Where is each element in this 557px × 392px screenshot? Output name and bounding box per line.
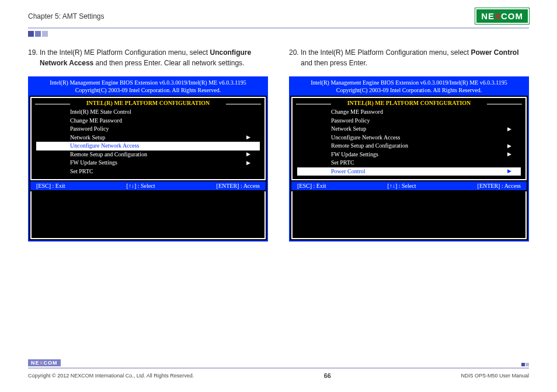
menu-item-label: Unconfigure Network Access	[70, 142, 139, 150]
chapter-title: Chapter 5: AMT Settings	[28, 12, 105, 20]
submenu-arrow-icon: ▶	[246, 150, 250, 158]
bios-header: Intel(R) Management Engine BIOS Extensio…	[290, 78, 528, 96]
decorative-squares	[28, 31, 557, 37]
copyright: Copyright © 2012 NEXCOM International Co…	[28, 373, 194, 379]
bios-body: INTEL(R) ME PLATFORM CONFIGURATION Intel…	[30, 97, 266, 180]
menu-item[interactable]: FW Update Settings▶	[296, 150, 522, 159]
bios-screen-left: Intel(R) Management Engine BIOS Extensio…	[28, 76, 268, 242]
menu-item-label: Password Policy	[70, 125, 109, 134]
menu-item[interactable]: Unconfigure Network Access	[36, 142, 260, 150]
left-column: 19. In the Intel(R) ME Platform Configur…	[28, 47, 268, 242]
menu-item-label: FW Update Settings	[70, 159, 117, 167]
menu-item[interactable]: FW Update Settings▶	[35, 159, 261, 167]
footer-rule	[28, 368, 529, 369]
menu-item-label: Set PRTC	[331, 159, 354, 167]
doc-title: NDiS OPS-M50 User Manual	[461, 373, 529, 379]
menu-item-label: Unconfigure Network Access	[331, 134, 400, 142]
submenu-arrow-icon: ▶	[507, 167, 511, 175]
esc-label: [ESC] : Exit	[36, 183, 65, 189]
step-20-text: 20. In the Intel(R) ME Platform Configur…	[289, 47, 529, 68]
menu-item-label: FW Update Settings	[331, 150, 378, 159]
footer-logo: NEXCOM	[28, 359, 61, 366]
menu-item-label: Intel(R) ME State Control	[70, 108, 131, 117]
bios-screen-right: Intel(R) Management Engine BIOS Extensio…	[289, 76, 529, 242]
menu-item[interactable]: Remote Setup and Configuration▶	[296, 142, 522, 150]
arrows-label: [↑↓] : Select	[388, 183, 416, 189]
step-19-text: 19. In the Intel(R) ME Platform Configur…	[28, 47, 268, 68]
content-row: 19. In the Intel(R) ME Platform Configur…	[0, 37, 557, 242]
submenu-arrow-icon: ▶	[246, 134, 250, 141]
section-title: INTEL(R) ME PLATFORM CONFIGURATION	[32, 99, 264, 108]
bios-body: INTEL(R) ME PLATFORM CONFIGURATION Chang…	[291, 97, 527, 180]
menu-item-label: Power Control	[331, 167, 365, 176]
submenu-arrow-icon: ▶	[507, 125, 511, 133]
right-column: 20. In the Intel(R) ME Platform Configur…	[289, 47, 529, 242]
footer-squares	[521, 363, 529, 366]
menu-item[interactable]: Network Setup▶	[296, 125, 522, 134]
actions-bar: [ESC] : Exit [↑↓] : Select [ENTER] : Acc…	[30, 181, 266, 190]
menu-list-left: Intel(R) ME State ControlChange ME Passw…	[32, 108, 264, 179]
arrows-label: [↑↓] : Select	[127, 183, 155, 189]
submenu-arrow-icon: ▶	[507, 150, 511, 158]
enter-label: [ENTER] : Access	[217, 183, 260, 189]
bios-blank-panel	[291, 191, 527, 239]
menu-item[interactable]: Change ME Password	[35, 117, 261, 125]
actions-bar: [ESC] : Exit [↑↓] : Select [ENTER] : Acc…	[291, 181, 527, 190]
menu-item[interactable]: Intel(R) ME State Control	[35, 108, 261, 117]
menu-item[interactable]: Remote Setup and Configuration▶	[35, 150, 261, 159]
menu-item-label: Remote Setup and Configuration	[331, 142, 408, 150]
menu-item[interactable]: Unconfigure Network Access	[296, 134, 522, 142]
menu-item-label: Change ME Password	[70, 117, 122, 125]
section-title: INTEL(R) ME PLATFORM CONFIGURATION	[293, 99, 525, 108]
nexcom-logo: NEXCOM	[475, 8, 529, 24]
menu-item[interactable]: Network Setup▶	[35, 134, 261, 142]
bios-header: Intel(R) Management Engine BIOS Extensio…	[29, 78, 267, 96]
menu-item-label: Remote Setup and Configuration	[70, 150, 147, 159]
menu-list-right: Change ME PasswordPassword PolicyNetwork…	[293, 108, 525, 179]
esc-label: [ESC] : Exit	[297, 183, 326, 189]
submenu-arrow-icon: ▶	[246, 159, 250, 167]
menu-item-label: Password Policy	[331, 117, 370, 125]
menu-item-label: Change ME Password	[331, 108, 383, 117]
menu-item[interactable]: Power Control▶	[297, 167, 521, 176]
page-header: Chapter 5: AMT Settings NEXCOM	[0, 0, 557, 27]
menu-item[interactable]: Password Policy	[35, 125, 261, 134]
page-number: 66	[324, 372, 331, 379]
menu-item-label: Network Setup	[70, 134, 105, 142]
menu-item[interactable]: Password Policy	[296, 117, 522, 125]
menu-item[interactable]: Set PRTC	[35, 167, 261, 176]
menu-item-label: Network Setup	[331, 125, 366, 134]
header-rule	[28, 27, 529, 29]
enter-label: [ENTER] : Access	[478, 183, 521, 189]
submenu-arrow-icon: ▶	[507, 142, 511, 150]
menu-item-label: Set PRTC	[70, 167, 93, 176]
bios-blank-panel	[30, 191, 266, 239]
menu-item[interactable]: Change ME Password	[296, 108, 522, 117]
menu-item[interactable]: Set PRTC	[296, 159, 522, 167]
page-footer: Copyright © 2012 NEXCOM International Co…	[28, 372, 529, 379]
